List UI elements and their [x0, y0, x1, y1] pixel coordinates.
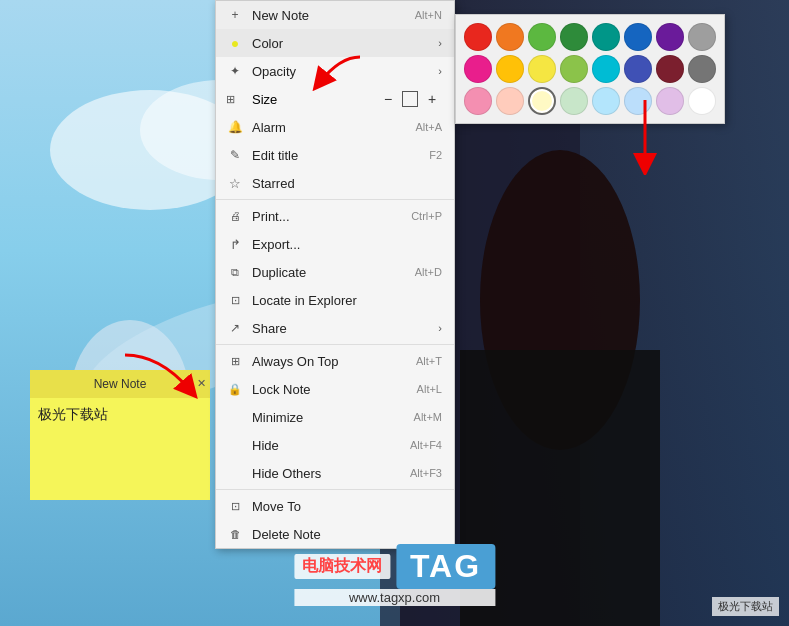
delete-icon: 🗑	[226, 528, 244, 540]
size-indicator	[402, 91, 418, 107]
watermark-url: www.tagxp.com	[294, 589, 495, 606]
menu-label-export: Export...	[252, 237, 442, 252]
watermark-tag: TAG	[396, 544, 495, 589]
color-swatch-indigo[interactable]	[624, 55, 652, 83]
size-controls: − +	[378, 89, 442, 109]
shortcut-print: Ctrl+P	[411, 210, 442, 222]
menu-item-edit-title[interactable]: ✎ Edit title F2	[216, 141, 454, 169]
opacity-icon: ✦	[226, 64, 244, 78]
red-arrow-3	[120, 350, 200, 400]
arrow-icon-color: ›	[438, 37, 442, 49]
menu-label-lock-note: Lock Note	[252, 382, 409, 397]
menu-label-edit-title: Edit title	[252, 148, 421, 163]
separator-3	[216, 489, 454, 490]
plus-icon: +	[226, 8, 244, 22]
menu-label-alarm: Alarm	[252, 120, 407, 135]
color-swatch-gray2[interactable]	[688, 55, 716, 83]
menu-item-lock-note[interactable]: 🔒 Lock Note Alt+L	[216, 375, 454, 403]
menu-label-hide-others: Hide Others	[252, 466, 402, 481]
menu-label-minimize: Minimize	[252, 410, 406, 425]
menu-label-always-on-top: Always On Top	[252, 354, 408, 369]
color-swatch-green1[interactable]	[528, 23, 556, 51]
color-grid	[464, 23, 716, 115]
color-swatch-yellow2[interactable]	[528, 55, 556, 83]
corner-label: 极光下载站	[712, 597, 779, 616]
color-swatch-purple1[interactable]	[656, 23, 684, 51]
color-panel	[455, 14, 725, 124]
menu-item-hide[interactable]: Hide Alt+F4	[216, 431, 454, 459]
color-swatch-maroon[interactable]	[656, 55, 684, 83]
shortcut-always-on-top: Alt+T	[416, 355, 442, 367]
menu-item-move-to[interactable]: ⊡ Move To	[216, 492, 454, 520]
shortcut-lock-note: Alt+L	[417, 383, 442, 395]
menu-label-size: Size	[252, 92, 378, 107]
locate-icon: ⊡	[226, 294, 244, 307]
menu-label-new-note: New Note	[252, 8, 407, 23]
menu-item-alarm[interactable]: 🔔 Alarm Alt+A	[216, 113, 454, 141]
menu-item-duplicate[interactable]: ⧉ Duplicate Alt+D	[216, 258, 454, 286]
watermark-site-label: 电脑技术网	[294, 554, 390, 579]
size-icon: ⊞	[226, 93, 244, 106]
color-swatch-orange[interactable]	[496, 23, 524, 51]
separator-1	[216, 199, 454, 200]
menu-label-color: Color	[252, 36, 434, 51]
menu-item-export[interactable]: ↱ Export...	[216, 230, 454, 258]
always-on-top-icon: ⊞	[226, 355, 244, 368]
color-swatch-yellow1[interactable]	[496, 55, 524, 83]
menu-label-move-to: Move To	[252, 499, 442, 514]
color-swatch-light-yellow[interactable]	[528, 87, 556, 115]
menu-item-always-on-top[interactable]: ⊞ Always On Top Alt+T	[216, 347, 454, 375]
color-swatch-pink[interactable]	[464, 55, 492, 83]
sticky-note-body: 极光下载站	[30, 398, 210, 500]
color-swatch-blue1[interactable]	[624, 23, 652, 51]
star-icon: ☆	[226, 176, 244, 191]
shortcut-alarm: Alt+A	[415, 121, 442, 133]
lock-icon: 🔒	[226, 383, 244, 396]
share-icon: ↗	[226, 321, 244, 335]
color-swatch-gray1[interactable]	[688, 23, 716, 51]
separator-2	[216, 344, 454, 345]
menu-label-share: Share	[252, 321, 434, 336]
menu-item-locate[interactable]: ⊡ Locate in Explorer	[216, 286, 454, 314]
watermark: 电脑技术网 TAG www.tagxp.com	[294, 544, 495, 606]
size-decrease-button[interactable]: −	[378, 89, 398, 109]
color-swatch-green2[interactable]	[560, 23, 588, 51]
shortcut-duplicate: Alt+D	[415, 266, 442, 278]
color-swatch-cyan[interactable]	[592, 55, 620, 83]
menu-label-hide: Hide	[252, 438, 402, 453]
menu-item-print[interactable]: 🖨 Print... Ctrl+P	[216, 202, 454, 230]
edit-icon: ✎	[226, 148, 244, 162]
color-swatch-light-pink[interactable]	[464, 87, 492, 115]
shortcut-edit-title: F2	[429, 149, 442, 161]
shortcut-minimize: Alt+M	[414, 411, 442, 423]
menu-item-share[interactable]: ↗ Share ›	[216, 314, 454, 342]
menu-label-print: Print...	[252, 209, 403, 224]
move-to-icon: ⊡	[226, 500, 244, 513]
menu-label-duplicate: Duplicate	[252, 265, 407, 280]
shortcut-new-note: Alt+N	[415, 9, 442, 21]
menu-label-delete-note: Delete Note	[252, 527, 442, 542]
red-arrow-1	[310, 52, 370, 92]
print-icon: 🖨	[226, 210, 244, 222]
shortcut-hide-others: Alt+F3	[410, 467, 442, 479]
duplicate-icon: ⧉	[226, 266, 244, 279]
menu-label-locate: Locate in Explorer	[252, 293, 442, 308]
color-swatch-light-blue1[interactable]	[592, 87, 620, 115]
color-icon: ●	[226, 35, 244, 51]
menu-item-new-note[interactable]: + New Note Alt+N	[216, 1, 454, 29]
menu-item-starred[interactable]: ☆ Starred	[216, 169, 454, 197]
color-swatch-teal[interactable]	[592, 23, 620, 51]
menu-label-starred: Starred	[252, 176, 442, 191]
color-swatch-red[interactable]	[464, 23, 492, 51]
color-swatch-white[interactable]	[688, 87, 716, 115]
color-swatch-mint[interactable]	[560, 87, 588, 115]
color-swatch-lime[interactable]	[560, 55, 588, 83]
size-increase-button[interactable]: +	[422, 89, 442, 109]
menu-item-minimize[interactable]: Minimize Alt+M	[216, 403, 454, 431]
export-icon: ↱	[226, 237, 244, 252]
color-swatch-peach[interactable]	[496, 87, 524, 115]
red-arrow-2	[620, 95, 670, 175]
arrow-icon-opacity: ›	[438, 65, 442, 77]
alarm-icon: 🔔	[226, 120, 244, 134]
menu-item-hide-others[interactable]: Hide Others Alt+F3	[216, 459, 454, 487]
